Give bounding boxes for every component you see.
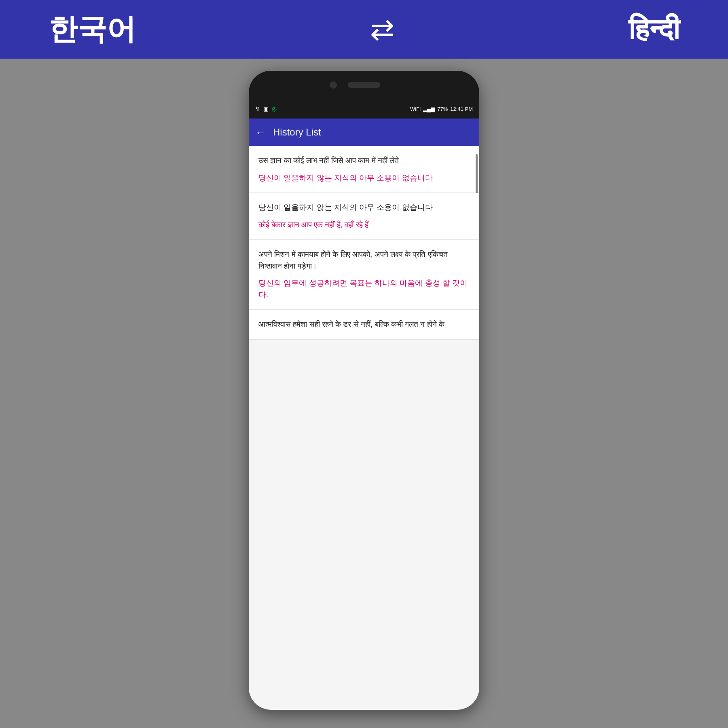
list-item-black-text: 당신이 일을하지 않는 지식의 아무 소용이 없습니다 bbox=[258, 202, 470, 214]
list-item-black-text: आत्मविश्वास हमेशा सही रहने के डर से नहीं… bbox=[258, 319, 470, 330]
signal-icon: ▂▄▆ bbox=[423, 106, 435, 112]
list-item[interactable]: अपने मिशन में कामयाब होने के लिए आपको, अ… bbox=[249, 240, 479, 310]
photo-icon: ▣ bbox=[263, 106, 269, 112]
list-item[interactable]: 당신이 일을하지 않는 지식의 아무 소용이 없습니다 कोई बेकार ज्… bbox=[249, 193, 479, 240]
lang-hindi: हिन्दी bbox=[629, 13, 679, 47]
list-item-black-text: अपने मिशन में कामयाब होने के लिए आपको, अ… bbox=[258, 249, 470, 272]
lang-korean: 한국어 bbox=[49, 10, 136, 49]
list-item-red-text: 당신의 임무에 성공하려면 목표는 하나의 마음에 충성 할 것이다. bbox=[258, 277, 470, 301]
phone-top-bar bbox=[249, 71, 479, 99]
translate-icon: ⇄ bbox=[370, 13, 394, 47]
usb-icon: ↯ bbox=[255, 106, 260, 112]
screen-title: History List bbox=[273, 127, 321, 138]
gps-icon: ◎ bbox=[272, 106, 277, 112]
battery-percentage: 77% bbox=[437, 106, 448, 112]
time-display: 12:41 PM bbox=[450, 106, 473, 112]
phone-speaker bbox=[348, 82, 380, 88]
top-banner: 한국어 ⇄ हिन्दी bbox=[0, 0, 728, 59]
wifi-icon: WiFi bbox=[410, 106, 421, 112]
front-camera bbox=[330, 81, 337, 89]
app-bar: ← History List bbox=[249, 119, 479, 146]
status-icons-left: ↯ ▣ ◎ bbox=[255, 106, 277, 112]
list-item-red-text: कोई बेकार ज्ञान आप एक नहीं है, वहाँ रहे … bbox=[258, 219, 470, 231]
list-item[interactable]: उस ज्ञान का कोई लाभ नहीं जिसे आप काम में… bbox=[249, 146, 479, 193]
list-item[interactable]: आत्मविश्वास हमेशा सही रहने के डर से नहीं… bbox=[249, 310, 479, 340]
phone-frame: ↯ ▣ ◎ WiFi ▂▄▆ 77% 12:41 PM ← History Li… bbox=[249, 71, 479, 710]
background-area: ↯ ▣ ◎ WiFi ▂▄▆ 77% 12:41 PM ← History Li… bbox=[0, 59, 728, 728]
status-icons-right: WiFi ▂▄▆ 77% 12:41 PM bbox=[410, 106, 473, 112]
back-button[interactable]: ← bbox=[255, 126, 266, 139]
list-item-red-text: 당신이 일을하지 않는 지식의 아무 소용이 없습니다 bbox=[258, 172, 470, 184]
list-item-black-text: उस ज्ञान का कोई लाभ नहीं जिसे आप काम में… bbox=[258, 155, 470, 167]
status-bar: ↯ ▣ ◎ WiFi ▂▄▆ 77% 12:41 PM bbox=[249, 99, 479, 119]
screen-content: उस ज्ञान का कोई लाभ नहीं जिसे आप काम में… bbox=[249, 146, 479, 710]
